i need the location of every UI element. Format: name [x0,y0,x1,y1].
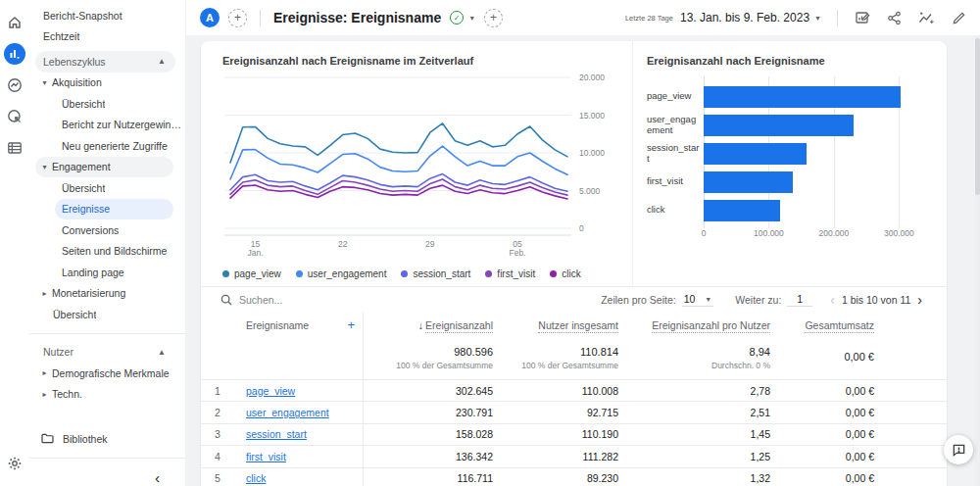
events-table: Ereignisname + ↓Ereignisanzahl Nutzer in… [201,313,947,486]
sidebar-item-landing-page[interactable]: Landing page [29,262,185,283]
bar-chart-panel: Ereignisanzahl nach Ereignisname page_vi… [632,41,947,286]
comparison-avatar[interactable]: A [200,8,220,27]
sidebar-item-übersicht[interactable]: Übersicht [29,93,185,115]
collapse-drawer-icon[interactable]: ‹ [155,469,160,486]
metric-value: 230.791 [364,407,493,418]
sidebar-item-conversions[interactable]: Conversions [29,219,185,241]
scrollbar-thumb[interactable] [975,38,980,195]
home-icon[interactable] [4,12,25,33]
date-range-selector[interactable]: 13. Jan. bis 9. Feb. 2023 [680,11,809,24]
search-input[interactable]: Suchen... [220,294,282,306]
sidebar-item-neu-generierte-zugriffe[interactable]: Neu generierte Zugriffe [29,135,185,157]
event-name-cell: click [234,468,364,486]
sidebar-item-ereignisse[interactable]: Ereignisse [55,199,173,220]
insights-icon[interactable] [918,11,935,25]
charts-section: Ereignisanzahl nach Ereignisname im Zeit… [201,41,947,286]
metric-value: 1,25 [618,451,770,462]
metric-value: 0,00 € [770,451,874,462]
report-card: Ereignisanzahl nach Ereignisname im Zeit… [201,41,947,486]
edit-pencil-icon[interactable] [952,11,966,25]
event-link-session_start[interactable]: session_start [234,428,307,440]
sidebar-item-übersicht[interactable]: Übersicht [29,304,185,325]
table-row-page_view: 1page_view302.645110.0082,780,00 € [201,379,947,401]
sidebar-item-akquisition[interactable]: ▾Akquisition [29,73,185,94]
metric-header-2[interactable]: Ereignisanzahl pro Nutzer [618,319,770,331]
go-to-label: Weiter zu: [735,294,781,306]
sidebar-item-demografische-merkmale[interactable]: ▸Demografische Merkmale [29,363,185,384]
metric-value: 110.190 [493,428,618,440]
date-chevron-down-icon[interactable]: ▼ [814,15,821,22]
metric-header-0[interactable]: ↓Ereignisanzahl [364,319,493,331]
title-chevron-down-icon[interactable]: ▼ [468,15,475,22]
sidebar-item--[interactable]: ‹ [29,467,185,486]
chevron-right-icon[interactable]: ▸ [37,390,52,399]
chevron-right-icon[interactable]: ▸ [37,368,52,377]
configure-icon[interactable] [4,137,25,159]
scrollbar-track [975,35,980,486]
metric-header-3[interactable]: Gesamtumsatz [770,319,874,331]
customize-report-icon[interactable] [855,10,870,25]
rows-per-page-select[interactable]: 10 ▼ [682,293,714,307]
add-column-button[interactable]: + [347,317,355,332]
chevron-down-icon[interactable]: ▾ [37,163,52,171]
legend-label: first_visit [497,268,535,279]
event-link-page_view[interactable]: page_view [234,385,295,397]
advertising-icon[interactable] [4,106,25,127]
sidebar-item-bericht-zur-nutzergewinnu-[interactable]: Bericht zur Nutzergewinnu… [29,115,185,136]
next-page-icon[interactable]: › [917,292,922,308]
sidebar-item-label: Landing page [62,267,124,278]
sidebar-item-nutzer[interactable]: Nutzer▲ [35,342,175,364]
metric-value: 89.230 [493,472,618,484]
sidebar-item-techn-[interactable]: ▸Techn. [29,384,185,406]
metric-value: 2,51 [618,407,770,418]
metric-value: 111.282 [493,451,618,462]
bar-category-label: user_engagement [647,115,704,136]
svg-text:20.000: 20.000 [579,73,605,82]
go-to-page-input[interactable]: 1 [787,293,812,307]
total-cell-1: 110.814100 % der Gesamtsumme [493,346,618,370]
bar-row-first_visit: first_visit [647,168,925,196]
sidebar-item-monetarisierung[interactable]: ▸Monetarisierung [29,283,185,305]
dimension-header-cell[interactable]: Ereignisname + [234,313,364,337]
previous-page-icon[interactable]: ‹ [830,292,835,308]
sidebar-item-echtzeit[interactable]: Echtzeit [29,26,185,48]
sidebar-item-label: Übersicht [62,98,105,110]
event-link-click[interactable]: click [234,472,266,484]
admin-gear-icon[interactable] [4,453,25,474]
table-totals-row: 980.596100 % der Gesamtsumme 110.814100 … [201,337,947,379]
page-title: Ereignisse: Ereignisname [273,10,441,25]
event-link-first_visit[interactable]: first_visit [234,451,286,462]
row-number: 4 [201,451,234,462]
sidebar-item-übersicht[interactable]: Übersicht [29,177,185,199]
totals-name-spacer [234,337,364,379]
add-comparison-button[interactable]: + [228,9,247,27]
sidebar-item-engagement[interactable]: ▾Engagement [35,157,173,178]
share-icon[interactable] [887,11,902,25]
event-link-user_engagement[interactable]: user_engagement [234,407,329,418]
event-name-cell: first_visit [234,446,364,466]
data-quality-icon[interactable]: ✓ [450,11,464,24]
legend-dot [296,270,303,277]
chevron-right-icon[interactable]: ▸ [37,289,52,298]
bar-track [704,86,925,108]
sidebar-item-seiten-und-bildschirme[interactable]: Seiten und Bildschirme [29,241,185,263]
feedback-button[interactable] [944,435,973,464]
reports-icon[interactable] [4,43,25,65]
add-metric-button[interactable]: + [484,9,503,27]
metric-header-1[interactable]: Nutzer insgesamt [493,319,618,331]
explore-icon[interactable] [4,74,25,96]
sidebar-item-label: Echtzeit [43,30,79,42]
sidebar-item-bericht-snapshot[interactable]: Bericht-Snapshot [29,5,185,26]
bar-category-label: click [647,205,704,216]
legend-item-session_start: session_start [401,268,470,279]
chevron-down-icon[interactable]: ▾ [37,78,52,87]
chevron-up-icon[interactable]: ▲ [158,57,166,66]
chevron-up-icon[interactable]: ▲ [158,348,166,357]
sidebar-item-label: Bericht zur Nutzergewinnu… [62,119,185,130]
sidebar-item-bibliothek[interactable]: Bibliothek [29,428,185,450]
sidebar-item-label: Ereignisse [62,203,110,215]
sidebar-item-lebenszyklus[interactable]: Lebenszyklus▲ [35,51,175,73]
svg-text:0: 0 [579,223,584,233]
sidebar-item-label: Bericht-Snapshot [43,10,122,22]
row-number: 3 [201,428,234,440]
